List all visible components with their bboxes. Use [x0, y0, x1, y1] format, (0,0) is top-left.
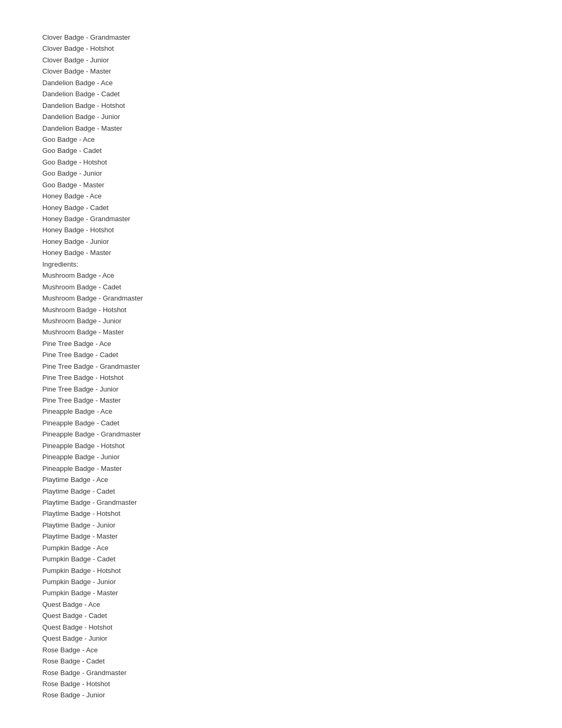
list-item: Dandelion Badge - Junior [42, 111, 520, 122]
list-item: Playtime Badge - Hotshot [42, 508, 520, 519]
list-item: Mushroom Badge - Cadet [42, 281, 520, 293]
list-item: Pineapple Badge - Master [42, 463, 520, 474]
list-item: Mushroom Badge - Grandmaster [42, 293, 520, 304]
list-item: Pineapple Badge - Junior [42, 451, 520, 462]
list-item: Pumpkin Badge - Ace [42, 542, 520, 553]
list-item: Pine Tree Badge - Hotshot [42, 372, 520, 383]
list-item: Quest Badge - Hotshot [42, 622, 520, 633]
list-item: Rose Badge - Ace [42, 644, 520, 656]
list-item: Pineapple Badge - Ace [42, 406, 520, 417]
list-item: Rose Badge - Cadet [42, 656, 520, 667]
list-item: Honey Badge - Ace [42, 190, 520, 202]
list-item: Rose Badge - Grandmaster [42, 667, 520, 678]
list-item: Playtime Badge - Cadet [42, 486, 520, 497]
list-item: Pumpkin Badge - Hotshot [42, 565, 520, 576]
list-item: Goo Badge - Junior [42, 168, 520, 179]
list-item: Pumpkin Badge - Junior [42, 576, 520, 587]
list-item: Clover Badge - Junior [42, 54, 520, 66]
list-item: Honey Badge - Cadet [42, 202, 520, 213]
list-item: Honey Badge - Grandmaster [42, 213, 520, 224]
list-item: Playtime Badge - Junior [42, 520, 520, 531]
list-item: Goo Badge - Ace [42, 134, 520, 145]
list-item: Playtime Badge - Master [42, 531, 520, 542]
list-item: Goo Badge - Master [42, 179, 520, 190]
list-item: Dandelion Badge - Ace [42, 77, 520, 88]
list-item: Pine Tree Badge - Ace [42, 338, 520, 349]
list-item: Quest Badge - Junior [42, 633, 520, 644]
list-item: Ingredients: [42, 259, 520, 270]
list-item: Playtime Badge - Grandmaster [42, 497, 520, 508]
list-item: Rose Badge - Junior [42, 689, 520, 700]
list-item: Honey Badge - Hotshot [42, 224, 520, 235]
list-item: Mushroom Badge - Ace [42, 270, 520, 281]
list-item: Clover Badge - Hotshot [42, 43, 520, 54]
list-item: Clover Badge - Master [42, 66, 520, 77]
list-item: Quest Badge - Ace [42, 599, 520, 610]
list-item: Honey Badge - Master [42, 247, 520, 258]
list-item: Pumpkin Badge - Cadet [42, 553, 520, 565]
list-item: Pineapple Badge - Hotshot [42, 440, 520, 451]
list-item: Pine Tree Badge - Cadet [42, 349, 520, 360]
list-item: Pine Tree Badge - Junior [42, 384, 520, 395]
list-item: Mushroom Badge - Master [42, 326, 520, 338]
list-item: Honey Badge - Junior [42, 236, 520, 247]
list-item: Goo Badge - Hotshot [42, 157, 520, 168]
badge-list: Clover Badge - GrandmasterClover Badge -… [42, 32, 520, 701]
list-item: Dandelion Badge - Cadet [42, 88, 520, 99]
list-item: Pine Tree Badge - Master [42, 395, 520, 406]
list-item: Pumpkin Badge - Master [42, 587, 520, 598]
list-item: Quest Badge - Cadet [42, 610, 520, 621]
list-item: Playtime Badge - Ace [42, 474, 520, 485]
list-item: Mushroom Badge - Hotshot [42, 304, 520, 315]
list-item: Pine Tree Badge - Grandmaster [42, 361, 520, 372]
list-item: Clover Badge - Grandmaster [42, 32, 520, 43]
list-item: Goo Badge - Cadet [42, 145, 520, 156]
list-item: Rose Badge - Hotshot [42, 678, 520, 689]
list-item: Pineapple Badge - Cadet [42, 417, 520, 429]
list-item: Mushroom Badge - Junior [42, 315, 520, 326]
list-item: Dandelion Badge - Master [42, 123, 520, 134]
list-item: Dandelion Badge - Hotshot [42, 100, 520, 111]
list-item: Pineapple Badge - Grandmaster [42, 429, 520, 440]
